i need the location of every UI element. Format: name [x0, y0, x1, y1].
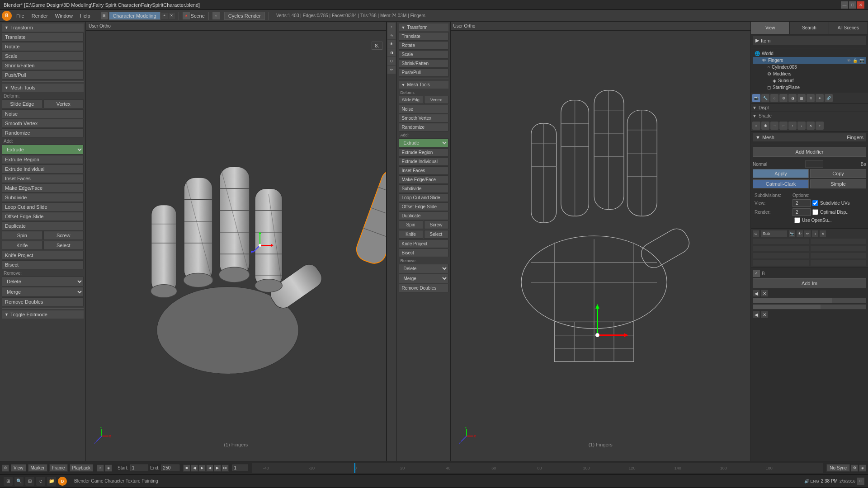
extrude-individual-btn[interactable]: Extrude Individual: [2, 164, 84, 174]
prop-icon-object[interactable]: ○: [770, 94, 778, 102]
timeline-record-btn[interactable]: ○: [97, 465, 104, 472]
spin-btn[interactable]: Spin: [2, 231, 42, 240]
mid-transform-header[interactable]: ▼ Transform: [399, 23, 448, 31]
extrude-dropdown[interactable]: Extrude: [2, 145, 84, 155]
b-prev-btn[interactable]: ◀: [753, 311, 760, 318]
mod-close-btn[interactable]: ✕: [819, 230, 826, 237]
prop-icon-2-2[interactable]: ✱: [761, 122, 769, 130]
world-row[interactable]: 🌐 World: [753, 50, 866, 57]
offset-edge-slide-btn[interactable]: Offset Edge Slide: [2, 212, 84, 221]
task-view-btn[interactable]: ⊞: [25, 477, 34, 486]
mid-inset-faces-btn[interactable]: Inset Faces: [399, 166, 448, 175]
mid-scale-btn[interactable]: Scale: [399, 50, 448, 59]
show-desktop-btn[interactable]: □: [857, 478, 864, 485]
menu-help[interactable]: Help: [77, 12, 93, 19]
mid-extrude-dropdown[interactable]: Extrude: [399, 138, 448, 148]
tab-search[interactable]: Search: [790, 22, 829, 34]
toggle-editmode-header[interactable]: ▼ Toggle Editmode: [2, 310, 84, 319]
prop-icon-particles[interactable]: ✦: [816, 94, 824, 102]
apply-button[interactable]: Apply: [753, 169, 809, 178]
mod-edit-btn[interactable]: ✏: [804, 230, 811, 237]
close-button[interactable]: ✕: [857, 1, 864, 9]
prop-icon-constraints[interactable]: 🔗: [825, 94, 833, 102]
mid-screw-btn[interactable]: Screw: [424, 221, 448, 229]
use-opensu-checkbox[interactable]: [794, 217, 800, 223]
optimal-disp-checkbox[interactable]: [812, 209, 818, 215]
mesh-tools-section-header[interactable]: ▼ Mesh Tools: [2, 84, 84, 92]
modifiers-row[interactable]: ⚙ Modifiers: [753, 70, 866, 77]
smooth-vertex-btn[interactable]: Smooth Vertex: [2, 119, 84, 128]
workspace-tab[interactable]: Character Modeling: [109, 12, 160, 20]
knife-btn[interactable]: Knife: [2, 241, 42, 250]
tab-all-scenes[interactable]: All Scenes: [829, 22, 868, 34]
viewport-left-canvas[interactable]: (1) Fingers X Y Z 8.: [86, 31, 386, 461]
viewport-right-canvas[interactable]: X Y Z (1) Fingers: [451, 31, 751, 461]
vertex-btn[interactable]: Vertex: [43, 99, 84, 108]
timeline-key2-btn[interactable]: ◈: [859, 465, 866, 472]
b-slider-2[interactable]: [753, 304, 866, 310]
viewport-right[interactable]: User Ortho: [451, 22, 751, 461]
pushpull-btn[interactable]: Push/Pull: [2, 70, 84, 80]
menu-window[interactable]: Window: [52, 12, 75, 19]
close-workspace-btn[interactable]: ✕: [169, 13, 175, 19]
menu-file[interactable]: File: [14, 12, 27, 19]
translate-btn[interactable]: Translate: [2, 33, 84, 42]
mid-spin-btn[interactable]: Spin: [399, 221, 423, 229]
end-input[interactable]: [161, 465, 179, 471]
ig-1[interactable]: O: [752, 230, 760, 237]
copy-button[interactable]: Copy: [810, 169, 866, 178]
merge-dropdown[interactable]: Merge: [2, 287, 84, 297]
add-image-btn[interactable]: Add Im: [753, 278, 866, 288]
mid-select-btn[interactable]: Select: [424, 230, 448, 239]
mid-duplicate-btn[interactable]: Duplicate: [399, 211, 448, 220]
blender-taskbar-btn[interactable]: B: [58, 477, 67, 486]
subdivide-uvs-check[interactable]: Subdivide UVs: [812, 200, 850, 206]
use-opensu-check[interactable]: Use OpenSu...: [794, 217, 832, 223]
prop-icon-2-7[interactable]: ✕: [807, 122, 815, 130]
play-btn[interactable]: ▶: [198, 465, 206, 472]
mid-translate-btn[interactable]: Translate: [399, 32, 448, 41]
search-btn[interactable]: 🔍: [14, 477, 24, 486]
jump-end-btn[interactable]: ⏭: [222, 465, 229, 472]
mid-mesh-tools-header[interactable]: ▼ Mesh Tools: [399, 81, 448, 89]
loop-cut-slide-btn[interactable]: Loop Cut and Slide: [2, 202, 84, 211]
knife-project-btn[interactable]: Knife Project: [2, 251, 84, 260]
mid-extrude-region-btn[interactable]: Extrude Region: [399, 148, 448, 157]
select-btn[interactable]: Select: [43, 241, 84, 250]
next-frame-btn[interactable]: ▶: [214, 465, 221, 472]
mesh-header[interactable]: ▼ Mesh Fingers: [753, 133, 866, 141]
prop-icon-modifier[interactable]: ⚙: [779, 94, 788, 102]
edge-btn[interactable]: e: [36, 477, 45, 486]
scale-btn[interactable]: Scale: [2, 52, 84, 61]
mod-expand-btn[interactable]: ↕: [811, 230, 819, 237]
mid-pushpull-btn[interactable]: Push/Pull: [399, 68, 448, 77]
prop-icon-material[interactable]: ◑: [788, 94, 797, 102]
mid-rotate-btn[interactable]: Rotate: [399, 41, 448, 50]
prop-icon-scene[interactable]: 📷: [752, 94, 760, 102]
mid-bisect-btn[interactable]: Bisect: [399, 249, 448, 257]
prop-icon-2-1[interactable]: ○: [752, 122, 760, 130]
render-num-input[interactable]: [793, 208, 811, 216]
marker-btn[interactable]: Marker: [28, 464, 47, 472]
subdivide-uvs-checkbox[interactable]: [812, 200, 818, 206]
starting-plane-row[interactable]: ◻ StartingPlane: [753, 84, 866, 91]
prop-icon-2-4[interactable]: ←: [779, 122, 788, 130]
explorer-btn[interactable]: 📁: [47, 477, 56, 486]
playback-btn[interactable]: Playback: [70, 464, 94, 472]
inset-faces-btn[interactable]: Inset Faces: [2, 174, 84, 183]
mid-smooth-vertex-btn[interactable]: Smooth Vertex: [399, 114, 448, 122]
subsurf-row[interactable]: ◈ Subsurf: [753, 77, 866, 84]
side-tool-shading[interactable]: ◑: [387, 48, 396, 56]
remove-doubles-btn[interactable]: Remove Doubles: [2, 297, 84, 306]
rotate-btn[interactable]: Rotate: [2, 42, 84, 51]
mod-cam-btn[interactable]: 📷: [788, 230, 796, 237]
screw-btn[interactable]: Screw: [43, 231, 84, 240]
mid-shrinkfatten-btn[interactable]: Shrink/Fatten: [399, 59, 448, 68]
timeline-view-btn[interactable]: View: [11, 464, 26, 472]
fingers-row[interactable]: 👁 Fingers 👁 🔒 📷: [753, 57, 866, 64]
prev-frame-btn[interactable]: ◀: [191, 465, 198, 472]
mid-loop-cut-btn[interactable]: Loop Cut and Slide: [399, 193, 448, 202]
start-menu-btn[interactable]: ⊞: [4, 477, 13, 486]
transform-section-header[interactable]: ▼ Transform: [2, 23, 84, 32]
b-close-btn-2[interactable]: ✕: [761, 311, 768, 318]
